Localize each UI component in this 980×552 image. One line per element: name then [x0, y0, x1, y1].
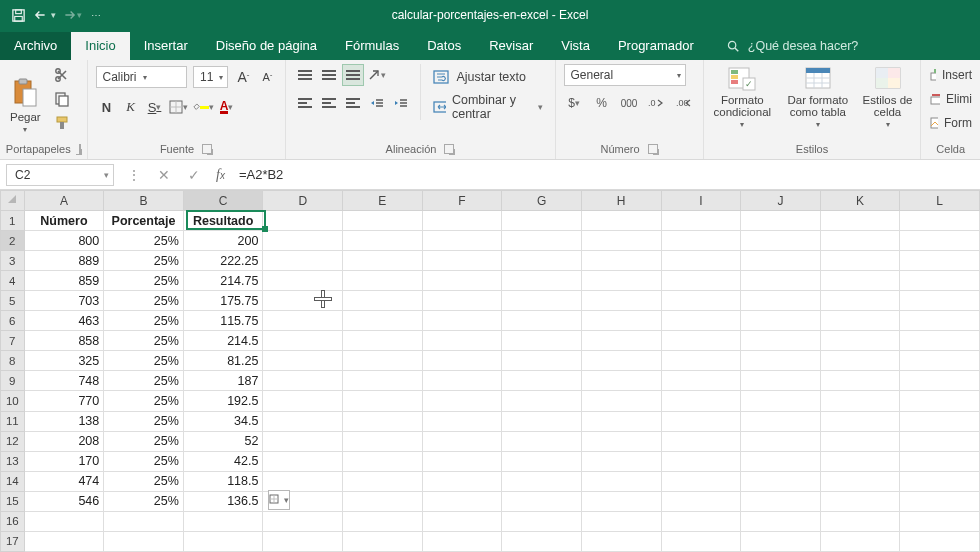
- cell[interactable]: [422, 371, 502, 391]
- cell[interactable]: [502, 331, 582, 351]
- column-header-A[interactable]: A: [24, 191, 104, 211]
- column-header-D[interactable]: D: [263, 191, 343, 211]
- cell[interactable]: [502, 411, 582, 431]
- cell[interactable]: [820, 271, 900, 291]
- cell[interactable]: [741, 331, 821, 351]
- cell[interactable]: [900, 451, 980, 471]
- cell[interactable]: 42.5: [183, 451, 263, 471]
- format-painter-button[interactable]: [51, 112, 73, 134]
- tab-developer[interactable]: Programador: [604, 32, 708, 60]
- cell[interactable]: [661, 331, 741, 351]
- cell[interactable]: 25%: [104, 331, 184, 351]
- row-header[interactable]: 3: [1, 251, 25, 271]
- name-box[interactable]: C2 ▾: [6, 164, 114, 186]
- cell[interactable]: 170: [24, 451, 104, 471]
- cell[interactable]: [343, 231, 423, 251]
- column-header-C[interactable]: C: [183, 191, 263, 211]
- copy-button[interactable]: [51, 88, 73, 110]
- cell[interactable]: [741, 211, 821, 231]
- format-cells-button[interactable]: Form: [929, 112, 972, 134]
- cell[interactable]: 118.5: [183, 471, 263, 491]
- cell[interactable]: 25%: [104, 371, 184, 391]
- align-center-button[interactable]: [318, 92, 340, 114]
- row-header[interactable]: 15: [1, 491, 25, 511]
- cell[interactable]: [661, 211, 741, 231]
- cell[interactable]: [900, 431, 980, 451]
- cell[interactable]: [741, 511, 821, 531]
- tab-home[interactable]: Inicio: [71, 32, 129, 60]
- cell[interactable]: 25%: [104, 291, 184, 311]
- cell[interactable]: [900, 531, 980, 551]
- cell[interactable]: [502, 351, 582, 371]
- row-header[interactable]: 14: [1, 471, 25, 491]
- cell[interactable]: [263, 371, 343, 391]
- row-header[interactable]: 2: [1, 231, 25, 251]
- cell[interactable]: [820, 511, 900, 531]
- cell[interactable]: [502, 451, 582, 471]
- cell[interactable]: 25%: [104, 491, 184, 511]
- cell[interactable]: [502, 391, 582, 411]
- row-header[interactable]: 17: [1, 531, 25, 551]
- tab-data[interactable]: Datos: [413, 32, 475, 60]
- dialog-launcher-icon[interactable]: [444, 144, 454, 154]
- cell[interactable]: [820, 231, 900, 251]
- column-header-H[interactable]: H: [581, 191, 661, 211]
- cell[interactable]: [343, 411, 423, 431]
- cell[interactable]: [263, 451, 343, 471]
- column-header-G[interactable]: G: [502, 191, 582, 211]
- cell[interactable]: [502, 491, 582, 511]
- borders-button[interactable]: ▾: [168, 96, 190, 118]
- undo-button[interactable]: ▾: [32, 3, 56, 27]
- tab-page-layout[interactable]: Diseño de página: [202, 32, 331, 60]
- cell[interactable]: 115.75: [183, 311, 263, 331]
- cell[interactable]: [502, 211, 582, 231]
- cell[interactable]: [741, 471, 821, 491]
- cell[interactable]: [343, 531, 423, 551]
- dialog-launcher-icon[interactable]: [648, 144, 658, 154]
- cell[interactable]: [422, 451, 502, 471]
- cell[interactable]: [741, 371, 821, 391]
- cell[interactable]: [581, 291, 661, 311]
- fill-color-button[interactable]: ▾: [192, 96, 214, 118]
- cell[interactable]: [741, 431, 821, 451]
- cell[interactable]: 325: [24, 351, 104, 371]
- cell[interactable]: [263, 211, 343, 231]
- save-button[interactable]: [6, 3, 30, 27]
- cell[interactable]: [502, 311, 582, 331]
- fx-icon[interactable]: fx: [216, 167, 225, 183]
- cell[interactable]: [263, 471, 343, 491]
- cell[interactable]: [502, 291, 582, 311]
- cell[interactable]: [263, 511, 343, 531]
- paste-button[interactable]: Pegar ▾: [8, 64, 43, 134]
- format-as-table-button[interactable]: Dar formato como tabla▾: [787, 64, 849, 129]
- tab-view[interactable]: Vista: [547, 32, 604, 60]
- cell[interactable]: [422, 391, 502, 411]
- cell[interactable]: [741, 271, 821, 291]
- cell[interactable]: [502, 251, 582, 271]
- redo-button[interactable]: ▾: [58, 3, 82, 27]
- cell[interactable]: [24, 531, 104, 551]
- cell[interactable]: [104, 531, 184, 551]
- cell[interactable]: [581, 491, 661, 511]
- cell[interactable]: [343, 271, 423, 291]
- increase-font-button[interactable]: Aˆ: [234, 66, 252, 88]
- cell[interactable]: [900, 411, 980, 431]
- cell[interactable]: [741, 291, 821, 311]
- cell[interactable]: [741, 451, 821, 471]
- cell[interactable]: [820, 451, 900, 471]
- cell[interactable]: [820, 471, 900, 491]
- row-header[interactable]: 1: [1, 211, 25, 231]
- tab-insert[interactable]: Insertar: [130, 32, 202, 60]
- cell[interactable]: [581, 391, 661, 411]
- cell[interactable]: [820, 531, 900, 551]
- cell[interactable]: 34.5: [183, 411, 263, 431]
- cell[interactable]: [661, 531, 741, 551]
- decrease-indent-button[interactable]: [366, 92, 388, 114]
- qat-customize-button[interactable]: ⋯: [84, 3, 108, 27]
- cell[interactable]: [581, 431, 661, 451]
- cell[interactable]: [661, 471, 741, 491]
- row-header[interactable]: 13: [1, 451, 25, 471]
- cut-button[interactable]: [51, 64, 73, 86]
- cell[interactable]: [263, 311, 343, 331]
- cell[interactable]: [24, 511, 104, 531]
